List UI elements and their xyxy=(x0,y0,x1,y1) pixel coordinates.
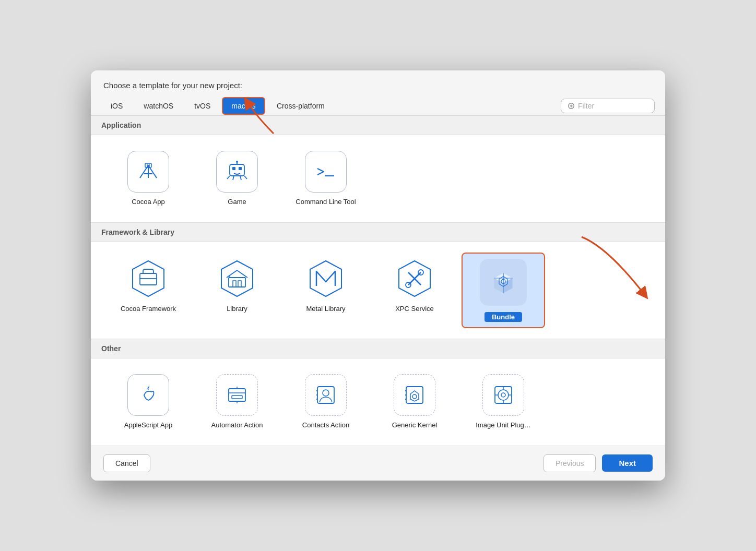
template-command-line[interactable]: Command Line Tool xyxy=(284,146,368,212)
metal-library-icon-hex xyxy=(305,258,347,300)
other-grid: AppleScript App Automator Action xyxy=(91,358,665,446)
template-cocoa-app[interactable]: Cocoa App xyxy=(107,146,190,212)
previous-button[interactable]: Previous xyxy=(544,454,596,472)
svg-rect-8 xyxy=(239,167,242,170)
xpc-service-label: XPC Service xyxy=(395,305,434,314)
automator-label: Automator Action xyxy=(211,421,263,430)
tabs-bar: iOS watchOS tvOS macOS Cross-platform Fi… xyxy=(91,97,665,115)
kernel-icon-box xyxy=(394,374,435,416)
footer: Cancel Previous Next xyxy=(91,446,665,481)
dialog-title: Choose a template for your new project: xyxy=(91,70,665,97)
game-label: Game xyxy=(228,198,246,207)
library-icon xyxy=(217,259,257,298)
automator-icon xyxy=(225,382,250,408)
cocoa-app-icon xyxy=(136,159,161,184)
applescript-icon xyxy=(136,382,161,408)
cocoa-app-icon-box xyxy=(127,151,169,193)
application-grid: Cocoa App xyxy=(91,135,665,222)
svg-point-57 xyxy=(501,393,505,397)
template-applescript[interactable]: AppleScript App xyxy=(107,369,190,435)
section-application: Application xyxy=(91,115,665,135)
template-cocoa-framework[interactable]: Cocoa Framework xyxy=(107,253,190,328)
next-button[interactable]: Next xyxy=(602,454,653,472)
automator-icon-box xyxy=(216,374,258,416)
template-imageunit[interactable]: Image Unit Plug… xyxy=(462,369,545,435)
command-line-icon-box xyxy=(305,151,347,193)
contacts-icon-box xyxy=(305,374,347,416)
game-icon xyxy=(225,159,250,184)
cocoa-framework-label: Cocoa Framework xyxy=(121,305,176,314)
metal-library-label: Metal Library xyxy=(306,305,345,314)
svg-point-51 xyxy=(412,394,417,399)
bundle-label: Bundle xyxy=(485,312,522,322)
cocoa-app-label: Cocoa App xyxy=(132,198,165,207)
filter-icon xyxy=(568,102,575,110)
contacts-icon xyxy=(313,382,338,408)
svg-point-10 xyxy=(236,161,238,163)
kernel-icon xyxy=(402,382,427,408)
svg-rect-41 xyxy=(232,396,242,399)
kernel-label: Generic Kernel xyxy=(392,421,438,430)
svg-rect-22 xyxy=(238,281,241,287)
template-bundle[interactable]: Bundle xyxy=(462,253,545,328)
template-automator[interactable]: Automator Action xyxy=(195,369,279,435)
tab-watchos[interactable]: watchOS xyxy=(134,97,183,115)
section-framework: Framework & Library xyxy=(91,222,665,242)
svg-line-12 xyxy=(244,176,247,179)
xpc-service-icon xyxy=(395,259,434,298)
svg-rect-20 xyxy=(229,278,245,287)
section-other: Other xyxy=(91,339,665,358)
bundle-icon xyxy=(491,270,516,295)
tab-tvos[interactable]: tvOS xyxy=(185,97,220,115)
command-line-label: Command Line Tool xyxy=(296,198,356,207)
svg-line-11 xyxy=(227,176,230,179)
metal-library-icon xyxy=(306,259,346,298)
template-library[interactable]: Library xyxy=(195,253,279,328)
imageunit-label: Image Unit Plug… xyxy=(476,421,531,430)
tab-crossplatform[interactable]: Cross-platform xyxy=(267,97,334,115)
game-icon-box xyxy=(216,151,258,193)
applescript-label: AppleScript App xyxy=(124,421,173,430)
svg-rect-17 xyxy=(140,273,157,285)
filter-box[interactable]: Filter xyxy=(561,99,655,113)
applescript-icon-box xyxy=(127,374,169,416)
svg-marker-50 xyxy=(410,391,419,401)
bundle-icon-box xyxy=(480,259,527,306)
imageunit-icon-box xyxy=(482,374,524,416)
framework-grid: Cocoa Framework Library xyxy=(91,242,665,339)
template-kernel[interactable]: Generic Kernel xyxy=(373,369,456,435)
contacts-label: Contacts Action xyxy=(302,421,349,430)
cocoa-framework-icon xyxy=(128,259,168,298)
svg-point-56 xyxy=(498,390,509,400)
imageunit-icon xyxy=(491,382,516,408)
template-metal-library[interactable]: Metal Library xyxy=(284,253,368,328)
template-contacts[interactable]: Contacts Action xyxy=(284,369,368,435)
command-line-icon xyxy=(313,159,338,184)
svg-marker-19 xyxy=(221,261,253,296)
svg-marker-24 xyxy=(310,261,341,296)
svg-point-45 xyxy=(323,390,329,396)
tab-macos[interactable]: macOS xyxy=(222,97,265,115)
cancel-button[interactable]: Cancel xyxy=(103,454,150,472)
svg-rect-39 xyxy=(229,389,245,401)
svg-rect-7 xyxy=(232,167,235,170)
content-area: Application Cocoa App xyxy=(91,115,665,446)
library-icon-hex xyxy=(216,258,258,300)
svg-line-13 xyxy=(233,176,234,180)
annotation-arrow-bundle xyxy=(566,232,665,315)
template-game[interactable]: Game xyxy=(195,146,279,212)
library-label: Library xyxy=(227,305,247,314)
svg-rect-21 xyxy=(233,281,236,287)
template-xpc-service[interactable]: XPC Service xyxy=(373,253,456,328)
xpc-service-icon-hex xyxy=(394,258,435,300)
filter-placeholder: Filter xyxy=(578,102,594,110)
cocoa-framework-icon-hex xyxy=(127,258,169,300)
tab-ios[interactable]: iOS xyxy=(101,97,132,115)
svg-line-14 xyxy=(240,176,241,180)
dialog: Choose a template for your new project: … xyxy=(91,70,665,481)
